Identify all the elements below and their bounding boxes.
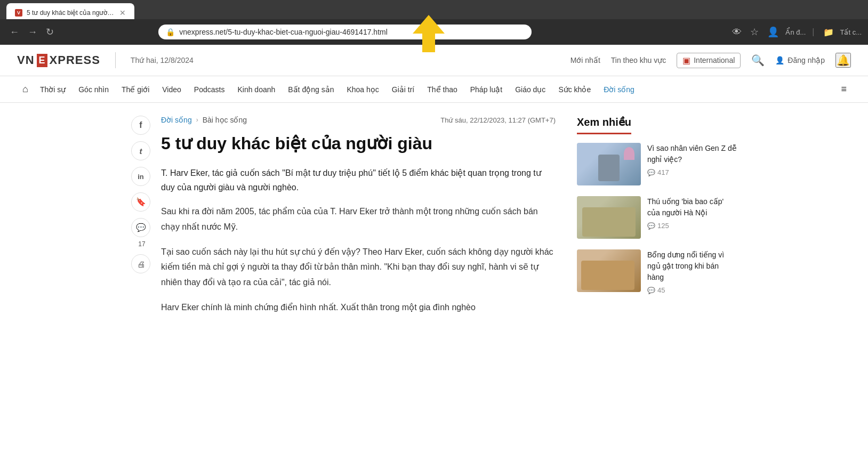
facebook-share-button[interactable]: f — [131, 116, 150, 135]
url-input[interactable] — [179, 28, 524, 36]
article-lead: T. Harv Eker, tác giả cuốn sách "Bí mật … — [161, 166, 556, 195]
nav-khoa-hoc[interactable]: Khoa học — [340, 82, 385, 97]
article-para-3: Harv Eker chính là minh chứng điển hình … — [161, 300, 556, 316]
international-button[interactable]: ▣ International — [677, 53, 741, 68]
sidebar-right: Xem nhiều Vì sao nhân viên Gen Z dễ nghỉ… — [577, 116, 737, 325]
sidebar-item-text-2: Thú uống 'bia bao cấp' của người Hà Nội … — [647, 196, 737, 239]
tab-favicon: V — [15, 9, 22, 17]
header-nav: Mới nhất Tin theo khu vực ▣ Internationa… — [570, 53, 851, 68]
article-main: Đời sống › Bài học sống Thứ sáu, 22/12/2… — [161, 116, 556, 325]
nav-the-thao[interactable]: Thể thao — [421, 82, 463, 97]
intl-label: International — [694, 56, 735, 64]
sidebar-item-3[interactable]: Bổng dưng nổi tiếng vì ngủ gật trong khi… — [577, 249, 737, 294]
nav-suc-khoe[interactable]: Sức khỏe — [552, 82, 597, 97]
sidebar-thumb-1 — [577, 143, 641, 185]
linkedin-icon: in — [138, 173, 144, 181]
logo[interactable]: VN E XPRESS — [17, 53, 100, 67]
back-button[interactable]: ← — [6, 25, 22, 40]
security-icon: 🔒 — [166, 28, 175, 36]
reload-button[interactable]: ↻ — [43, 24, 57, 40]
nav-the-gioi[interactable]: Thế giới — [115, 82, 156, 97]
nav-giai-tri[interactable]: Giải trí — [385, 82, 421, 97]
logo-vn: VN — [17, 53, 35, 67]
login-label: Đăng nhập — [787, 56, 825, 64]
nav-podcasts[interactable]: Podcasts — [188, 82, 231, 97]
sidebar-item-text-1: Vì sao nhân viên Gen Z dễ nghỉ việc? 💬 4… — [647, 143, 737, 185]
social-sidebar: f t in 🔖 💬 17 🖨 — [131, 116, 152, 273]
article-title: 5 tư duy khác biệt của người giàu — [161, 133, 556, 155]
profile-label: Ẩn đ... — [785, 28, 806, 36]
nav-kinh-doanh[interactable]: Kinh doanh — [231, 82, 282, 97]
tab-close-button[interactable]: ✕ — [119, 9, 126, 17]
sidebar-item-text-3: Bổng dưng nổi tiếng vì ngủ gật trong khi… — [647, 249, 737, 294]
nav-phap-luat[interactable]: Pháp luật — [464, 82, 509, 97]
header-date: Thứ hai, 12/8/2024 — [131, 56, 194, 64]
sidebar-section-title: Xem nhiều — [577, 116, 737, 143]
forward-button[interactable]: → — [25, 25, 41, 40]
login-button[interactable]: 👤 Đăng nhập — [775, 56, 825, 64]
comment-icon: 💬 — [136, 223, 146, 232]
sidebar-item-meta-2: 💬 125 — [647, 222, 737, 230]
comment-count: 17 — [131, 240, 152, 248]
bookmark-button[interactable]: 🔖 — [131, 192, 150, 212]
content-area: f t in 🔖 💬 17 🖨 — [114, 103, 754, 338]
article-para-1: Sau khi ra đời năm 2005, tác phẩm của củ… — [161, 204, 556, 235]
linkedin-share-button[interactable]: in — [131, 167, 150, 186]
nav-thoi-su[interactable]: Thời sự — [34, 82, 72, 97]
breadcrumb: Đời sống › Bài học sống Thứ sáu, 22/12/2… — [161, 116, 556, 124]
breadcrumb-section-link[interactable]: Đời sống — [161, 116, 192, 124]
browser-chrome: ← → ↻ 🔒 👁 ☆ 👤 Ẩn đ... | 📁 Tất c... — [0, 19, 868, 45]
nav-tin-theo[interactable]: Tin theo khu vực — [611, 56, 666, 64]
site-wrapper: VN E XPRESS Thứ hai, 12/8/2024 Mới nhất … — [0, 45, 868, 461]
divider: | — [812, 27, 814, 37]
logo-xpress: XPRESS — [50, 53, 100, 67]
star-icon[interactable]: ☆ — [748, 24, 761, 40]
sidebar-item-count-2: 125 — [657, 222, 669, 230]
eye-slash-icon[interactable]: 👁 — [730, 25, 744, 40]
twitter-share-button[interactable]: t — [131, 141, 150, 160]
article-para-2: Tại sao cuốn sách này lại thu hút sự chú… — [161, 245, 556, 290]
sidebar-thumb-3 — [577, 249, 641, 292]
sidebar-item-title-1: Vì sao nhân viên Gen Z dễ nghỉ việc? — [647, 143, 737, 165]
breadcrumb-sub: Bài học sống — [203, 116, 247, 124]
browser-tab[interactable]: V 5 tư duy khác biệt của người giàu ✕ — [6, 3, 134, 19]
sidebar-item-count-1: 417 — [657, 168, 669, 176]
profile-icon[interactable]: 👤 — [765, 24, 781, 40]
nav-goc-nhin[interactable]: Góc nhìn — [72, 82, 115, 97]
logo-e-box: E — [37, 54, 47, 67]
site-header: VN E XPRESS Thứ hai, 12/8/2024 Mới nhất … — [0, 45, 868, 76]
sidebar-item-title-3: Bổng dưng nổi tiếng vì ngủ gật trong khi… — [647, 249, 737, 283]
tab-title: 5 tư duy khác biệt của người giàu — [27, 9, 115, 17]
search-button[interactable]: 🔍 — [751, 54, 765, 67]
nav-video[interactable]: Video — [156, 82, 188, 97]
print-button[interactable]: 🖨 — [131, 254, 150, 273]
nav-buttons: ← → ↻ — [6, 24, 57, 40]
sidebar-item-2[interactable]: Thú uống 'bia bao cấp' của người Hà Nội … — [577, 196, 737, 239]
nav-giao-duc[interactable]: Giáo dục — [509, 82, 552, 97]
comment-meta-icon-2: 💬 — [647, 222, 655, 230]
nav-doi-song[interactable]: Đời sống — [597, 82, 641, 97]
address-bar[interactable]: 🔒 — [158, 25, 532, 39]
home-nav-icon[interactable]: ⌂ — [17, 80, 34, 98]
sidebar-thumb-2 — [577, 196, 641, 239]
comment-button[interactable]: 💬 — [131, 218, 150, 237]
nav-moi-nhat[interactable]: Mới nhất — [570, 56, 600, 64]
sidebar-item-title-2: Thú uống 'bia bao cấp' của người Hà Nội — [647, 196, 737, 219]
breadcrumb-separator: › — [196, 116, 198, 124]
nav-bat-dong-san[interactable]: Bất động sản — [282, 82, 340, 97]
comment-meta-icon-3: 💬 — [647, 287, 655, 294]
tab-strip: V 5 tư duy khác biệt của người giàu ✕ — [0, 0, 868, 19]
facebook-icon: f — [139, 120, 142, 130]
article-with-social: f t in 🔖 💬 17 🖨 — [131, 116, 556, 325]
site-nav: ⌂ Thời sự Góc nhìn Thế giới Video Podcas… — [0, 76, 868, 103]
folder-icon[interactable]: 📁 — [821, 25, 836, 39]
twitter-icon: t — [140, 147, 142, 156]
sidebar-item-meta-1: 💬 417 — [647, 168, 737, 176]
notification-button[interactable]: 🔔 — [835, 53, 851, 68]
nav-menu-button[interactable]: ≡ — [837, 80, 851, 98]
browser-actions: 👁 ☆ 👤 Ẩn đ... | 📁 Tất c... — [730, 24, 862, 40]
sidebar-item[interactable]: Vì sao nhân viên Gen Z dễ nghỉ việc? 💬 4… — [577, 143, 737, 185]
folder-label: Tất c... — [840, 28, 862, 36]
bookmark-icon: 🔖 — [136, 197, 146, 207]
sidebar-item-meta-3: 💬 45 — [647, 286, 737, 294]
